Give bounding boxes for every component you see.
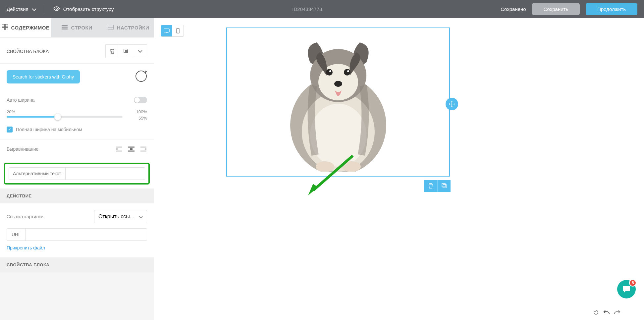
svg-rect-2 xyxy=(5,24,8,27)
svg-point-36 xyxy=(316,161,334,172)
show-structure-label: Отобразить структуру xyxy=(63,6,114,12)
dog-image xyxy=(280,32,396,172)
tab-settings[interactable]: НАСТРОЙКИ xyxy=(103,18,154,37)
tab-content[interactable]: СОДЕРЖИМОЕ xyxy=(0,18,51,37)
block-properties-footer: СВОЙСТВА БЛОКА xyxy=(0,257,154,272)
width-min-label: 20% xyxy=(7,109,15,114)
eye-icon xyxy=(53,6,60,12)
alt-text-input[interactable] xyxy=(66,168,145,180)
svg-rect-7 xyxy=(62,28,68,29)
tab-rows[interactable]: СТРОКИ xyxy=(51,18,103,37)
image-link-label: Ссылка картинки xyxy=(7,214,43,219)
svg-rect-6 xyxy=(62,27,68,28)
svg-rect-3 xyxy=(2,27,5,30)
alignment-buttons xyxy=(115,146,147,152)
svg-point-0 xyxy=(56,8,57,10)
svg-point-34 xyxy=(347,70,349,72)
alignment-label: Выравнивание xyxy=(7,146,38,152)
topbar-right: Сохранено Сохранить Продолжить xyxy=(501,3,637,15)
redo-button[interactable] xyxy=(613,308,621,317)
top-bar: Действия Отобразить структуру ID20433477… xyxy=(0,0,644,18)
giphy-section: Search for stickers with Giphy xyxy=(0,64,154,90)
delete-button[interactable] xyxy=(105,44,119,58)
block-properties-header: СВОЙСТВА БЛОКА xyxy=(0,39,154,64)
svg-point-37 xyxy=(342,161,361,172)
move-handle[interactable] xyxy=(446,98,458,110)
duplicate-button[interactable] xyxy=(119,44,133,58)
svg-rect-40 xyxy=(443,185,446,188)
slider-thumb[interactable] xyxy=(54,114,61,120)
continue-button[interactable]: Продолжить xyxy=(586,3,637,15)
show-structure-toggle[interactable]: Отобразить структуру xyxy=(53,6,114,12)
alt-text-field: Альтернативный текст xyxy=(9,167,145,180)
left-panel: СВОЙСТВА БЛОКА Search for stickers with … xyxy=(0,39,154,320)
attach-file-link[interactable]: Прикрепить файл xyxy=(7,245,45,250)
alt-text-section: Альтернативный текст xyxy=(0,159,154,188)
action-section-header: ДЕЙСТВИЕ xyxy=(0,188,154,203)
content-icon xyxy=(2,24,8,31)
width-section: Авто ширина 20% 100% 55% ✓ Полная ширина… xyxy=(0,90,154,139)
chat-badge: 5 xyxy=(629,279,636,287)
width-slider[interactable] xyxy=(7,116,123,118)
frame-actions xyxy=(424,180,451,192)
image-frame[interactable] xyxy=(226,27,450,177)
link-type-select[interactable]: Открыть ссы... xyxy=(94,210,147,223)
mobile-preview-button[interactable] xyxy=(172,25,184,36)
svg-point-28 xyxy=(310,104,366,167)
block-header-actions xyxy=(105,44,147,58)
tab-settings-label: НАСТРОЙКИ xyxy=(117,25,149,30)
action-section: Ссылка картинки Открыть ссы... URL Прикр… xyxy=(0,203,154,257)
svg-point-25 xyxy=(178,32,178,33)
svg-rect-41 xyxy=(442,184,445,187)
svg-point-33 xyxy=(329,70,331,72)
alt-text-highlight: Альтернативный текст xyxy=(4,163,150,185)
url-input[interactable] xyxy=(26,229,147,240)
url-label: URL xyxy=(7,229,26,240)
save-button[interactable]: Сохранить xyxy=(532,3,580,15)
tab-content-label: СОДЕРЖИМОЕ xyxy=(11,25,50,30)
block-properties-title: СВОЙСТВА БЛОКА xyxy=(7,49,49,54)
preview-toggle xyxy=(161,25,184,37)
svg-rect-22 xyxy=(164,29,169,32)
giphy-search-button[interactable]: Search for stickers with Giphy xyxy=(7,70,80,83)
svg-rect-10 xyxy=(125,50,128,53)
align-left-button[interactable] xyxy=(115,146,123,152)
collapse-button[interactable] xyxy=(133,44,147,58)
chevron-down-icon xyxy=(139,214,143,220)
saved-status: Сохранено xyxy=(501,6,526,12)
canvas-area: 5 xyxy=(154,18,644,320)
tab-rows-label: СТРОКИ xyxy=(71,25,92,30)
url-field: URL xyxy=(7,228,147,241)
settings-icon xyxy=(108,25,114,30)
chat-widget[interactable]: 5 xyxy=(617,280,636,298)
auto-width-toggle[interactable] xyxy=(134,97,147,103)
align-right-button[interactable] xyxy=(139,146,147,152)
topbar-left: Действия Отобразить структуру xyxy=(7,4,114,14)
width-max-label: 100% xyxy=(136,109,147,114)
undo-button[interactable] xyxy=(602,308,611,317)
link-type-value: Открыть ссы... xyxy=(98,214,134,220)
svg-point-31 xyxy=(326,69,333,76)
chevron-down-icon xyxy=(32,6,36,12)
full-width-mobile-label: Полная ширина на мобильном xyxy=(16,127,82,132)
rows-icon xyxy=(62,25,68,30)
svg-rect-1 xyxy=(2,24,5,27)
history-button[interactable] xyxy=(592,308,600,317)
sticker-icon xyxy=(135,70,147,83)
svg-rect-5 xyxy=(62,25,68,26)
svg-point-35 xyxy=(334,81,342,87)
frame-delete-button[interactable] xyxy=(424,180,437,192)
document-id: ID204334778 xyxy=(114,6,501,12)
full-width-mobile-checkbox[interactable]: ✓ xyxy=(7,127,13,133)
frame-duplicate-button[interactable] xyxy=(437,180,451,192)
svg-point-32 xyxy=(344,69,350,76)
desktop-preview-button[interactable] xyxy=(161,25,172,36)
actions-dropdown[interactable]: Действия xyxy=(7,6,36,12)
history-buttons xyxy=(592,308,621,317)
alignment-section: Выравнивание xyxy=(0,139,154,159)
slider-fill xyxy=(7,116,58,118)
svg-rect-4 xyxy=(5,27,8,30)
auto-width-label: Авто ширина xyxy=(7,97,35,103)
align-center-button[interactable] xyxy=(127,146,135,152)
svg-marker-43 xyxy=(308,184,318,195)
